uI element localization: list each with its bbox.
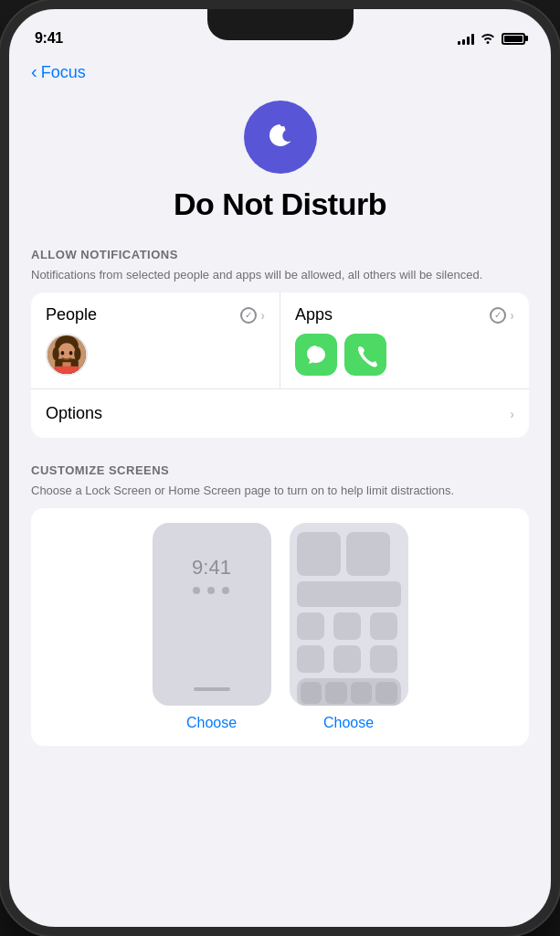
allow-notifications-description: Notifications from selected people and a… bbox=[31, 267, 529, 283]
hero-section: Do Not Disturb bbox=[9, 82, 551, 248]
app-icons-row bbox=[295, 334, 514, 376]
lock-screen-preview-item: 9:41 Choose bbox=[153, 523, 271, 731]
notch bbox=[207, 9, 354, 40]
home-widget-wide bbox=[297, 581, 401, 607]
lock-screen-time: 9:41 bbox=[192, 556, 231, 580]
nav-bar: ‹ Focus bbox=[9, 55, 551, 82]
screen-previews-card: 9:41 Choose bbox=[31, 508, 529, 746]
lock-screen-preview: 9:41 bbox=[153, 523, 271, 706]
home-dock bbox=[297, 678, 401, 706]
home-widget-2 bbox=[346, 532, 390, 576]
svg-rect-7 bbox=[54, 367, 79, 374]
home-screen-preview-item: Choose bbox=[290, 523, 408, 731]
allow-notifications-label: ALLOW NOTIFICATIONS bbox=[31, 248, 529, 261]
options-label: Options bbox=[46, 404, 102, 423]
options-chevron-icon: › bbox=[510, 407, 514, 421]
people-nav: ✓ › bbox=[240, 307, 265, 324]
lock-screen-choose-button[interactable]: Choose bbox=[186, 715, 237, 731]
people-check-icon: ✓ bbox=[240, 307, 257, 324]
signal-bars-icon bbox=[458, 32, 474, 45]
svg-point-4 bbox=[74, 347, 80, 361]
back-chevron-icon: ‹ bbox=[31, 61, 37, 82]
options-row[interactable]: Options › bbox=[31, 389, 529, 438]
home-screen-preview bbox=[290, 523, 408, 706]
battery-icon bbox=[502, 33, 525, 45]
card-row-main: People ✓ › bbox=[31, 292, 529, 389]
messages-app-icon bbox=[295, 334, 337, 376]
phone-app-icon bbox=[344, 334, 386, 376]
avatar bbox=[46, 334, 88, 376]
people-cell[interactable]: People ✓ › bbox=[31, 292, 280, 388]
status-icons bbox=[458, 31, 525, 47]
apps-nav: ✓ › bbox=[490, 307, 514, 324]
do-not-disturb-icon bbox=[244, 101, 317, 174]
svg-point-3 bbox=[52, 347, 58, 361]
customize-screens-label: CUSTOMIZE SCREENS bbox=[31, 463, 529, 477]
page-title: Do Not Disturb bbox=[174, 186, 386, 222]
svg-point-9 bbox=[69, 351, 73, 356]
status-time: 9:41 bbox=[35, 30, 63, 47]
customize-screens-description: Choose a Lock Screen or Home Screen page… bbox=[31, 483, 529, 499]
screen: 9:41 ‹ bbox=[9, 9, 551, 927]
apps-check-icon: ✓ bbox=[490, 307, 506, 324]
main-content: ALLOW NOTIFICATIONS Notifications from s… bbox=[9, 248, 551, 746]
apps-title: Apps bbox=[295, 305, 333, 324]
people-title: People bbox=[46, 305, 97, 324]
wifi-icon bbox=[480, 31, 496, 47]
back-label: Focus bbox=[41, 63, 86, 82]
home-widget-1 bbox=[297, 532, 341, 576]
people-apps-card: People ✓ › bbox=[31, 292, 529, 438]
lock-screen-dots bbox=[193, 587, 229, 594]
svg-point-8 bbox=[61, 351, 65, 356]
apps-chevron-icon: › bbox=[510, 308, 514, 323]
home-screen-choose-button[interactable]: Choose bbox=[323, 715, 374, 731]
apps-cell[interactable]: Apps ✓ › bbox=[280, 292, 529, 388]
people-chevron-icon: › bbox=[260, 308, 265, 323]
home-icons-grid bbox=[297, 612, 401, 673]
lock-screen-bar bbox=[194, 687, 230, 691]
back-button[interactable]: ‹ Focus bbox=[31, 62, 86, 82]
phone-frame: 9:41 ‹ bbox=[0, 0, 560, 936]
